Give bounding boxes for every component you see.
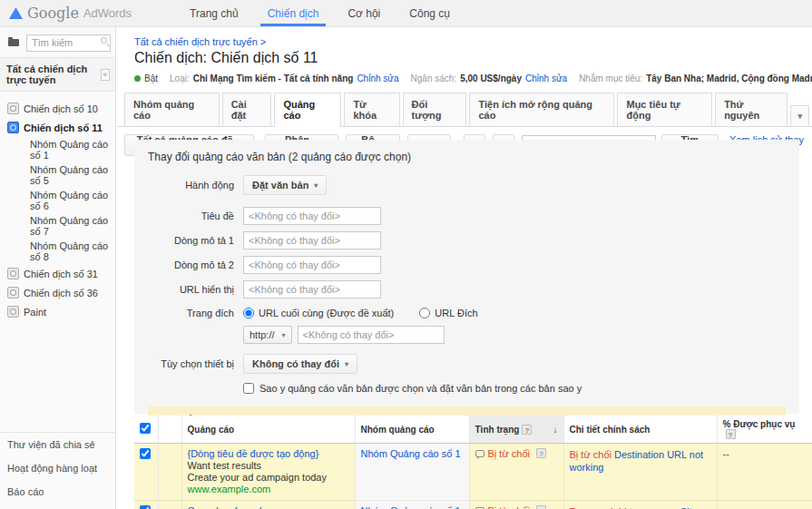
column-header-ad[interactable]: Quảng cáo bbox=[181, 416, 355, 444]
sidebar-item-shared-library[interactable]: Thư viện đã chia sẻ bbox=[0, 433, 115, 456]
sidebar-item-paint[interactable]: Paint bbox=[0, 302, 115, 321]
tab-audiences[interactable]: Đối tượng bbox=[403, 93, 467, 126]
status-text: Bị từ chối bbox=[488, 448, 531, 459]
campaign-icon-selected bbox=[7, 122, 19, 133]
tab-auto-targets[interactable]: Mục tiêu tự động bbox=[617, 93, 712, 126]
ad-description: Want test results bbox=[188, 460, 349, 472]
row-checkbox[interactable] bbox=[140, 505, 151, 509]
sort-descending-icon[interactable]: ↓ bbox=[553, 425, 558, 435]
row-checkbox[interactable] bbox=[140, 448, 151, 459]
sidebar-item-campaign-11[interactable]: Chiến dịch số 11 bbox=[0, 118, 115, 137]
campaign-icon bbox=[7, 306, 19, 318]
landing-page-radios: URL cuối cùng (Được đề xuất) URL Đích bbox=[243, 308, 478, 318]
column-header-policy[interactable]: Chi tiết chính sách bbox=[563, 416, 717, 444]
sidebar: Tất cả chiến dịch trực tuyến « Chiến dịc… bbox=[0, 27, 116, 509]
column-header-status[interactable]: Tình trạng? ↓ bbox=[469, 416, 563, 444]
tab-settings[interactable]: Cài đặt bbox=[222, 93, 272, 126]
policy-status: Bị từ chối bbox=[570, 449, 612, 460]
ad-headline-link[interactable]: Cupcakes for sale bbox=[188, 505, 349, 509]
sidebar-item-bulk-operations[interactable]: Hoạt động hàng loạt bbox=[0, 456, 115, 480]
ad-headline-link[interactable]: {Dòng tiêu đề được tạo động} bbox=[188, 448, 349, 460]
column-header-ad-group[interactable]: Nhóm quảng cáo bbox=[355, 416, 469, 444]
status-text: Bị từ chối bbox=[488, 505, 531, 509]
help-icon[interactable]: ? bbox=[536, 505, 546, 509]
sidebar-item-adgroup-6[interactable]: Nhóm Quảng cáo số 6 bbox=[0, 188, 115, 213]
nav-tools[interactable]: Công cụ bbox=[395, 0, 465, 26]
protocol-select[interactable]: http:// ▾ bbox=[243, 326, 292, 344]
budget-value: 5,00 US$/ngày bbox=[460, 73, 522, 83]
nav-opportunities[interactable]: Cơ hội bbox=[333, 0, 395, 26]
ad-description: Create your ad campaign today bbox=[188, 472, 349, 484]
sidebar-search-input[interactable] bbox=[26, 34, 111, 52]
help-icon[interactable]: ? bbox=[726, 429, 736, 439]
final-url-radio[interactable]: URL cuối cùng (Được đề xuất) bbox=[243, 308, 394, 318]
ad-group-link[interactable]: Nhóm Quảng cáo số 1 bbox=[361, 448, 461, 459]
nav-home[interactable]: Trang chủ bbox=[175, 0, 253, 26]
campaign-label: Chiến dịch số 31 bbox=[24, 269, 98, 279]
device-preference-button[interactable]: Không có thay đổi ▾ bbox=[243, 354, 357, 374]
comment-bubble-icon bbox=[475, 450, 484, 457]
duplicate-ads-option[interactable]: Sao y quảng cáo văn bản được chọn và đặt… bbox=[243, 383, 582, 394]
device-preference-label: Tùy chọn thiết bị bbox=[148, 358, 234, 369]
sidebar-item-adgroup-5[interactable]: Nhóm Quảng cáo số 5 bbox=[0, 162, 115, 188]
folder-button[interactable] bbox=[5, 34, 23, 52]
sidebar-item-campaign-10[interactable]: Chiến dịch số 10 bbox=[0, 99, 115, 118]
final-url-radio-input[interactable] bbox=[243, 308, 254, 318]
sidebar-item-campaign-36[interactable]: Chiến dịch số 36 bbox=[0, 283, 115, 302]
tab-dimensions[interactable]: Thứ nguyên bbox=[715, 93, 788, 126]
select-all-checkbox[interactable] bbox=[140, 423, 151, 434]
table-row: {Dòng tiêu đề được tạo động} Want test r… bbox=[134, 444, 812, 501]
destination-url-radio[interactable]: URL Đích bbox=[419, 308, 477, 318]
ads-table: Quảng cáo Nhóm quảng cáo Tình trạng? ↓ C… bbox=[134, 416, 812, 509]
help-icon[interactable]: ? bbox=[522, 425, 532, 435]
sidebar-item-reports[interactable]: Báo cáo bbox=[0, 480, 115, 504]
final-url-input[interactable] bbox=[298, 326, 445, 344]
breadcrumb[interactable]: Tất cả chiến dịch trực tuyến > bbox=[134, 36, 812, 47]
sidebar-footer: Thư viện đã chia sẻ Hoạt động hàng loạt … bbox=[0, 432, 115, 509]
folder-icon bbox=[8, 39, 19, 46]
type-edit-link[interactable]: Chỉnh sửa bbox=[357, 73, 398, 83]
headline-input[interactable] bbox=[243, 207, 381, 225]
tab-ads[interactable]: Quảng cáo bbox=[274, 93, 341, 127]
destination-url-radio-input[interactable] bbox=[419, 308, 430, 318]
column-header-served[interactable]: % Được phục vụ? bbox=[717, 416, 812, 444]
adgroup-label: Nhóm Quảng cáo số 5 bbox=[30, 164, 112, 186]
ad-group-cell: Nhóm Quảng cáo số 1 bbox=[355, 501, 469, 509]
adgroup-label: Nhóm Quảng cáo số 1 bbox=[30, 139, 112, 161]
help-icon[interactable]: ? bbox=[536, 448, 546, 458]
budget-label: Ngân sách: bbox=[411, 73, 457, 83]
sidebar-item-adgroup-1[interactable]: Nhóm Quảng cáo số 1 bbox=[0, 137, 115, 162]
description1-label: Dòng mô tả 1 bbox=[148, 235, 234, 246]
sidebar-collapse-button[interactable]: « bbox=[101, 69, 110, 81]
sidebar-item-labels[interactable]: Nhãn bbox=[0, 504, 115, 509]
chevron-down-icon: ▾ bbox=[345, 360, 348, 368]
destination-url-radio-label: URL Đích bbox=[435, 308, 477, 318]
policy-cell: Trang web bị tạm ngưng Site Policy Chính… bbox=[563, 501, 717, 509]
description2-input[interactable] bbox=[243, 256, 381, 274]
adgroup-label: Nhóm Quảng cáo số 7 bbox=[30, 215, 112, 237]
budget-edit-link[interactable]: Chỉnh sửa bbox=[525, 73, 567, 83]
policy-cell: Bị từ chối Destination URL not working bbox=[563, 444, 717, 501]
logo-google-text: Google bbox=[27, 5, 79, 22]
campaign-tree-header: Tất cả chiến dịch trực tuyến « bbox=[0, 57, 115, 92]
sidebar-item-campaign-31[interactable]: Chiến dịch số 31 bbox=[0, 264, 115, 283]
ad-cell: Cupcakes for sale Homemade cupcakes Made… bbox=[181, 501, 355, 509]
set-text-label: Đặt văn bản bbox=[252, 180, 308, 191]
tab-bar: Nhóm quảng cáo Cài đặt Quảng cáo Từ khóa… bbox=[117, 93, 812, 127]
set-text-button[interactable]: Đặt văn bản ▾ bbox=[243, 175, 327, 195]
duplicate-ads-checkbox[interactable] bbox=[243, 383, 254, 394]
sidebar-item-adgroup-7[interactable]: Nhóm Quảng cáo số 7 bbox=[0, 213, 115, 239]
tab-ad-extensions[interactable]: Tiện ích mở rộng quảng cáo bbox=[469, 93, 614, 126]
status-cell: Bị từ chối ? bbox=[469, 444, 563, 501]
tree-header-label: Tất cả chiến dịch trực tuyến bbox=[6, 64, 101, 85]
description1-input[interactable] bbox=[243, 231, 381, 250]
display-url-input[interactable] bbox=[243, 280, 381, 299]
nav-campaigns[interactable]: Chiến dịch bbox=[253, 0, 334, 26]
sidebar-item-adgroup-8[interactable]: Nhóm Quảng cáo số 8 bbox=[0, 239, 115, 264]
ad-group-link[interactable]: Nhóm Quảng cáo số 1 bbox=[361, 505, 461, 509]
targeting-label: Nhắm mục tiêu: bbox=[579, 73, 642, 83]
tab-more-dropdown[interactable]: ▾ bbox=[790, 105, 809, 126]
campaign-icon bbox=[7, 103, 19, 114]
tab-ad-groups[interactable]: Nhóm quảng cáo bbox=[124, 93, 220, 126]
tab-keywords[interactable]: Từ khóa bbox=[344, 93, 399, 126]
